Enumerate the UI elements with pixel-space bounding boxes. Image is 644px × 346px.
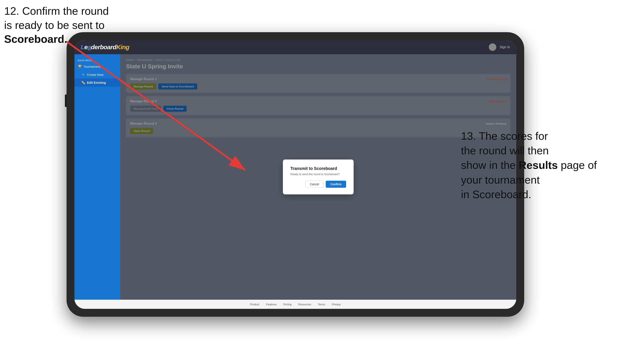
sidebar-item-tournaments[interactable]: 🏆 Tournaments: [74, 62, 120, 71]
plus-icon: +: [81, 73, 85, 76]
modal-description: Ready to send this round to Scoreboard?: [290, 173, 346, 176]
footer-privacy[interactable]: Privacy: [332, 303, 341, 306]
app-footer: Product Features Pricing Resources Terms…: [74, 300, 516, 309]
app-container: LeaderboardKing Sign In MAIN MENU 🏆 Tour…: [74, 40, 516, 309]
tablet-screen: LeaderboardKing Sign In MAIN MENU 🏆 Tour…: [74, 40, 516, 309]
sidebar-item-edit-existing[interactable]: ✏️ Edit Existing: [74, 78, 120, 87]
sidebar-item-label: Tournaments: [84, 65, 102, 68]
app-header: LeaderboardKing Sign In: [74, 40, 516, 54]
sidebar: MAIN MENU 🏆 Tournaments + Create New ✏️ …: [74, 54, 120, 300]
footer-pricing[interactable]: Pricing: [283, 303, 292, 306]
main-content: Home › Tournaments › State U Spring Invi…: [120, 54, 516, 300]
modal-box: Transmit to Scoreboard Ready to send thi…: [283, 160, 354, 194]
tablet-side-button: [65, 95, 66, 107]
sidebar-item-label: Edit Existing: [87, 81, 106, 84]
footer-product[interactable]: Product: [250, 303, 260, 306]
signin-link[interactable]: Sign In: [500, 45, 510, 49]
sidebar-item-label: Create New: [87, 73, 104, 76]
confirm-button[interactable]: Confirm: [326, 181, 346, 188]
modal-overlay[interactable]: Transmit to Scoreboard Ready to send thi…: [120, 54, 516, 300]
footer-terms[interactable]: Terms: [318, 303, 325, 306]
modal-title: Transmit to Scoreboard: [290, 166, 346, 171]
annotation-right: 13. The scores for the round will then s…: [461, 129, 632, 202]
modal-actions: Cancel Confirm: [290, 181, 346, 188]
header-right: Sign In: [489, 43, 510, 51]
app-body: MAIN MENU 🏆 Tournaments + Create New ✏️ …: [74, 54, 516, 300]
sidebar-section-label: MAIN MENU: [74, 57, 120, 62]
avatar-icon: [489, 43, 496, 51]
edit-icon: ✏️: [81, 81, 85, 85]
annotation-top-left: 12. Confirm the round is ready to be sen…: [4, 4, 109, 46]
footer-resources[interactable]: Resources: [298, 303, 311, 306]
footer-features[interactable]: Features: [266, 303, 277, 306]
cancel-button[interactable]: Cancel: [306, 181, 324, 188]
trophy-icon: 🏆: [78, 65, 82, 69]
sidebar-item-create-new[interactable]: + Create New: [74, 71, 120, 78]
tablet-shell: LeaderboardKing Sign In MAIN MENU 🏆 Tour…: [66, 32, 524, 317]
